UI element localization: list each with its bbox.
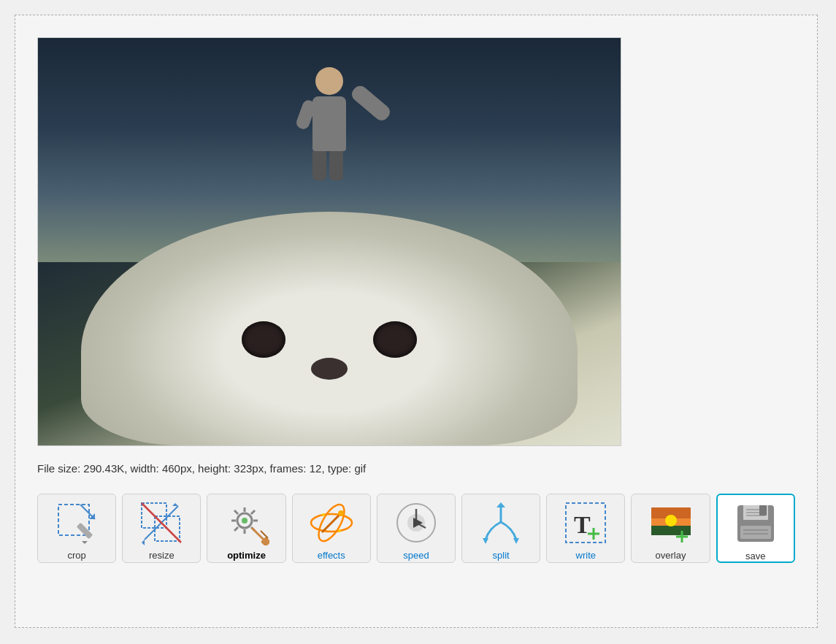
speed-label: speed (403, 550, 429, 561)
svg-point-12 (242, 518, 248, 524)
creature-eye-left (242, 321, 285, 358)
svg-point-29 (338, 529, 341, 532)
svg-rect-3 (77, 523, 93, 540)
effects-button[interactable]: effects (292, 494, 371, 563)
optimize-button[interactable]: optimize (207, 494, 285, 563)
preview-image (37, 37, 621, 446)
crop-button[interactable]: crop (37, 494, 116, 563)
resize-icon (139, 500, 184, 545)
svg-marker-9 (142, 540, 145, 545)
write-button[interactable]: T write (546, 494, 625, 563)
save-button[interactable]: save (716, 494, 795, 563)
creature-nose (311, 358, 348, 380)
save-label: save (745, 551, 765, 561)
speed-icon (394, 500, 439, 545)
svg-rect-55 (740, 526, 771, 539)
scene (38, 38, 621, 445)
child-figure (300, 67, 358, 184)
svg-marker-36 (513, 538, 519, 544)
save-icon (733, 501, 778, 546)
svg-rect-45 (651, 526, 691, 535)
svg-point-27 (338, 510, 344, 516)
svg-line-19 (251, 510, 255, 514)
split-label: split (493, 550, 510, 561)
file-info: File size: 290.43K, width: 460px, height… (37, 459, 795, 478)
child-leg-left (312, 151, 326, 180)
svg-rect-54 (759, 505, 767, 515)
svg-line-17 (234, 510, 238, 514)
optimize-icon (224, 500, 269, 545)
svg-marker-35 (483, 538, 488, 544)
speed-button[interactable]: speed (377, 494, 456, 563)
child-leg-right (329, 151, 343, 180)
child-body (312, 96, 346, 151)
optimize-label: optimize (227, 550, 266, 561)
resize-button[interactable]: resize (122, 494, 201, 563)
creature-eye-right (373, 321, 417, 358)
toolbar: crop resize (37, 494, 795, 563)
main-container: File size: 290.43K, width: 460px, height… (15, 15, 818, 628)
svg-point-28 (322, 513, 325, 516)
svg-line-21 (252, 528, 265, 541)
resize-label: resize (149, 550, 175, 561)
overlay-icon (648, 500, 694, 545)
child-head (315, 67, 343, 95)
svg-point-46 (665, 515, 677, 526)
split-icon (478, 500, 524, 545)
effects-label: effects (318, 550, 345, 561)
split-button[interactable]: split (461, 494, 540, 563)
image-wrapper (37, 37, 621, 446)
child-legs (312, 151, 346, 180)
write-label: write (576, 550, 596, 561)
svg-marker-37 (496, 502, 505, 507)
write-icon: T (563, 500, 608, 545)
crop-icon (54, 500, 99, 545)
overlay-label: overlay (656, 550, 686, 561)
svg-marker-8 (172, 503, 178, 506)
svg-marker-4 (82, 541, 88, 544)
effects-icon (309, 500, 354, 545)
overlay-button[interactable]: overlay (631, 494, 710, 563)
svg-line-20 (234, 527, 238, 531)
crop-label: crop (67, 550, 85, 561)
